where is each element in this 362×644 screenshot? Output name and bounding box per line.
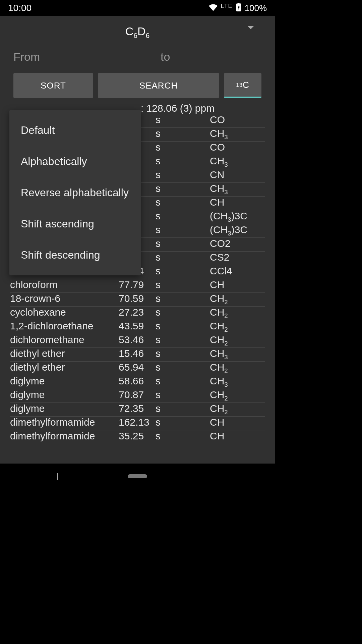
assignment: CH2 bbox=[210, 362, 265, 375]
compound-name: diethyl ether bbox=[10, 362, 119, 373]
sort-menu-item[interactable]: Shift descending bbox=[9, 239, 141, 271]
table-row[interactable]: 1,2-dichloroethane43.59sCH2 bbox=[10, 320, 265, 334]
multiplicity: s bbox=[156, 142, 210, 153]
multiplicity: s bbox=[156, 389, 210, 400]
multiplicity: s bbox=[156, 334, 210, 345]
assignment: (CH3)3C bbox=[210, 224, 265, 237]
assignment: CO bbox=[210, 142, 265, 153]
svg-rect-1 bbox=[238, 3, 239, 4]
shift-value: 65.94 bbox=[119, 362, 156, 373]
multiplicity: s bbox=[156, 210, 210, 222]
table-row[interactable]: dimethylformamide162.13sCH bbox=[10, 417, 265, 430]
compound-name: dimethylformamide bbox=[10, 430, 119, 442]
battery-percent: 100% bbox=[245, 3, 267, 13]
sort-menu-item[interactable]: Shift ascending bbox=[9, 208, 141, 239]
compound-name: diethyl ether bbox=[10, 348, 119, 359]
compound-name: cyclohexane bbox=[10, 307, 119, 318]
shift-value: 27.23 bbox=[119, 307, 156, 318]
multiplicity: s bbox=[156, 375, 210, 387]
table-row[interactable]: diglyme72.35sCH2 bbox=[10, 403, 265, 417]
shift-value: 58.66 bbox=[119, 375, 156, 387]
assignment: CH bbox=[210, 197, 265, 208]
shift-value: 53.46 bbox=[119, 334, 156, 345]
wifi-icon bbox=[209, 3, 218, 13]
home-pill[interactable] bbox=[128, 474, 147, 478]
sort-menu-item[interactable]: Default bbox=[9, 115, 141, 146]
table-row[interactable]: chloroform77.79sCH bbox=[10, 279, 265, 293]
assignment: CH bbox=[210, 417, 265, 428]
table-row[interactable]: diethyl ether65.94sCH2 bbox=[10, 362, 265, 375]
sort-menu-item[interactable]: Alphabetically bbox=[9, 146, 141, 177]
assignment: CH2 bbox=[210, 403, 265, 416]
multiplicity: s bbox=[156, 155, 210, 167]
from-input[interactable] bbox=[13, 48, 156, 67]
multiplicity: s bbox=[156, 114, 210, 125]
table-row[interactable]: diglyme58.66sCH3 bbox=[10, 375, 265, 389]
android-nav-bar bbox=[0, 464, 275, 489]
solvent-label: C6D6 bbox=[125, 25, 150, 40]
shift-value: 162.13 bbox=[119, 417, 156, 428]
app-surface: C6D6 SORT SEARCH 13C : 128.06 (3) ppm 2s… bbox=[0, 16, 275, 464]
assignment: CO bbox=[210, 114, 265, 125]
table-row[interactable]: dichloromethane53.46sCH2 bbox=[10, 334, 265, 348]
shift-value: 72.35 bbox=[119, 403, 156, 414]
assignment: CH2 bbox=[210, 320, 265, 333]
sort-menu: DefaultAlphabeticallyReverse alphabetica… bbox=[9, 110, 141, 275]
multiplicity: s bbox=[156, 348, 210, 359]
assignment: CH2 bbox=[210, 389, 265, 402]
solvent-selector[interactable]: C6D6 bbox=[0, 16, 275, 48]
compound-name: dimethylformamide bbox=[10, 417, 119, 428]
assignment: CH3 bbox=[210, 155, 265, 168]
shift-value: 15.46 bbox=[119, 348, 156, 359]
assignment: CH bbox=[210, 279, 265, 290]
assignment: (CH3)3C bbox=[210, 210, 265, 223]
status-time: 10:00 bbox=[8, 3, 32, 13]
compound-name: diglyme bbox=[10, 403, 119, 414]
sort-menu-item[interactable]: Reverse alphabetically bbox=[9, 177, 141, 208]
back-icon[interactable] bbox=[57, 473, 58, 479]
shift-value: 70.59 bbox=[119, 293, 156, 304]
compound-name: diglyme bbox=[10, 375, 119, 387]
status-right: LTE 100% bbox=[209, 3, 267, 14]
range-row bbox=[0, 48, 275, 73]
status-bar: 10:00 LTE 100% bbox=[0, 0, 275, 16]
multiplicity: s bbox=[156, 252, 210, 263]
chevron-down-icon bbox=[247, 29, 254, 35]
assignment: CO2 bbox=[210, 238, 265, 249]
compound-name: chloroform bbox=[10, 279, 119, 290]
compound-name: dichloromethane bbox=[10, 334, 119, 345]
battery-icon bbox=[236, 3, 241, 14]
compound-name: 18-crown-6 bbox=[10, 293, 119, 304]
table-row[interactable]: 18-crown-670.59sCH2 bbox=[10, 293, 265, 307]
multiplicity: s bbox=[156, 197, 210, 208]
table-row[interactable]: diglyme70.87sCH2 bbox=[10, 389, 265, 403]
assignment: CH bbox=[210, 430, 265, 442]
multiplicity: s bbox=[156, 362, 210, 373]
nucleus-toggle[interactable]: 13C bbox=[224, 73, 261, 98]
compound-name: 1,2-dichloroethane bbox=[10, 320, 119, 332]
assignment: CH3 bbox=[210, 128, 265, 141]
table-row[interactable]: diethyl ether15.46sCH3 bbox=[10, 348, 265, 362]
table-row[interactable]: cyclohexane27.23sCH2 bbox=[10, 307, 265, 320]
multiplicity: s bbox=[156, 320, 210, 332]
multiplicity: s bbox=[156, 128, 210, 139]
assignment: CH2 bbox=[210, 293, 265, 306]
assignment: CH3 bbox=[210, 348, 265, 361]
multiplicity: s bbox=[156, 224, 210, 235]
multiplicity: s bbox=[156, 307, 210, 318]
multiplicity: s bbox=[156, 238, 210, 249]
assignment: CN bbox=[210, 169, 265, 180]
table-row[interactable]: dimethylformamide35.25sCH bbox=[10, 430, 265, 444]
assignment: CH3 bbox=[210, 375, 265, 388]
multiplicity: s bbox=[156, 403, 210, 414]
to-input[interactable] bbox=[161, 48, 275, 67]
assignment: CH2 bbox=[210, 334, 265, 347]
assignment: CH2 bbox=[210, 307, 265, 320]
assignment: CH3 bbox=[210, 183, 265, 196]
shift-value: 35.25 bbox=[119, 430, 156, 442]
multiplicity: s bbox=[156, 417, 210, 428]
sort-button[interactable]: SORT bbox=[13, 73, 93, 98]
shift-value: 43.59 bbox=[119, 320, 156, 332]
search-button[interactable]: SEARCH bbox=[98, 73, 219, 98]
network-label: LTE bbox=[221, 3, 233, 10]
